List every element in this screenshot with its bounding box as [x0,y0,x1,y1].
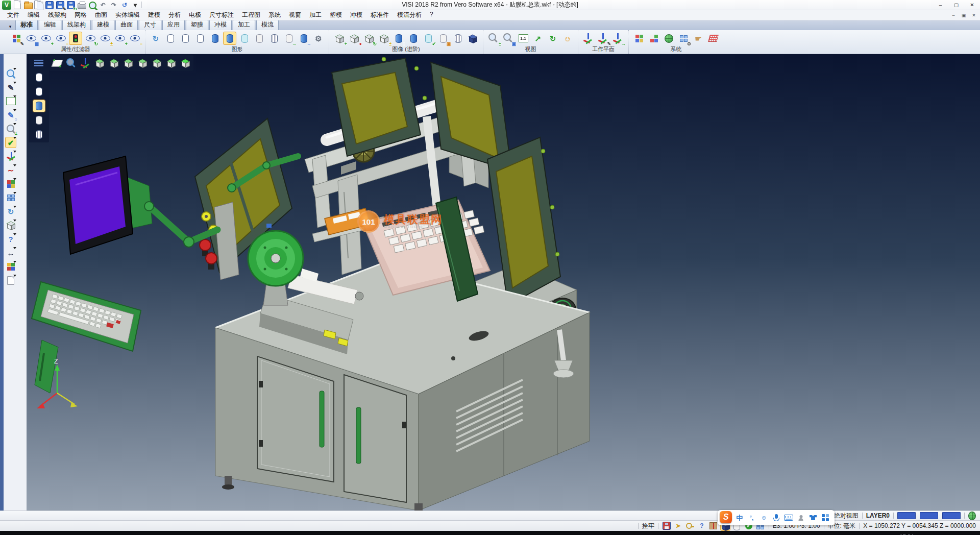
tab-编辑[interactable]: 编辑 [39,19,61,30]
tab-建模[interactable]: 建模 [92,19,114,30]
image-solid-icon[interactable] [407,32,420,44]
grid-window-icon[interactable] [6,192,16,203]
menu-item-系统[interactable]: 系统 [264,11,285,19]
ime-language-button[interactable]: 中 [735,513,744,522]
help-icon[interactable]: ? [6,234,16,244]
tab-曲面[interactable]: 曲面 [115,19,138,30]
menu-item-模流分析[interactable]: 模流分析 [393,11,426,19]
machine-model[interactable]: Z [27,54,980,510]
system-settings-icon[interactable] [663,32,675,44]
menu-item-编辑[interactable]: 编辑 [23,11,44,19]
ime-account-button[interactable] [796,513,805,522]
mdi-restore-button[interactable]: ▣ [959,11,969,19]
ime-emoji-button[interactable]: ☺ [760,513,769,522]
open-file-icon[interactable] [23,1,33,10]
rotate-view-icon[interactable]: ↻ [547,32,559,44]
menu-item-视窗[interactable]: 视窗 [285,11,305,19]
view-iso-se-icon[interactable] [180,57,191,69]
display-palette-icon[interactable] [6,261,16,272]
tab-加工[interactable]: 加工 [233,19,255,30]
image-mesh-icon[interactable] [452,32,464,44]
zoom-all-icon[interactable]: ± [487,32,500,44]
viewport[interactable]: Z 101 模具联盟网 MANUFACTURING DATA [27,54,980,510]
hidden-line-mode-icon[interactable] [33,86,45,98]
workplane-icon[interactable] [582,32,595,44]
layer-swatch-2[interactable] [920,512,938,519]
flat-style-icon[interactable] [253,32,265,44]
solid-cube-icon[interactable] [6,220,16,230]
filter-traffic-icon[interactable] [69,32,82,44]
layer-indicator[interactable]: LAYER0 [866,512,890,519]
package-icon[interactable] [709,521,718,530]
shaded-mode-icon[interactable] [33,100,45,112]
hide-all-icon[interactable]: − [129,32,141,44]
mesh-style-icon[interactable] [268,32,280,44]
transparent-style-icon[interactable] [238,32,251,44]
zoom-solid-icon[interactable]: ± [6,124,16,134]
options-icon[interactable]: ⚙ [677,32,690,44]
tab-应用[interactable]: 应用 [162,19,185,30]
plane-select-icon[interactable] [6,96,16,106]
layer-swatch-3[interactable] [942,512,961,519]
sogou-logo[interactable]: S [720,511,732,523]
dashed-hidden-style-icon[interactable] [194,32,206,44]
absolute-view-label[interactable]: 绝对视图 [834,512,859,520]
refresh-visibility-icon[interactable]: ↻ [84,32,96,44]
tab-标准[interactable]: 标准 [15,19,38,30]
select-options-icon[interactable]: ☛ [692,32,704,44]
ime-punctuation-button[interactable]: ’, [747,513,756,522]
quick-access-dropdown[interactable]: ▾ [131,1,140,10]
menu-item-?[interactable]: ? [426,11,437,19]
view-front-icon[interactable] [108,57,120,69]
menu-item-网格[interactable]: 网格 [70,11,91,19]
menu-item-分析[interactable]: 分析 [164,11,185,19]
graphics-settings-icon[interactable]: ⚙ [312,32,325,44]
hidden-line-style-icon[interactable] [179,32,191,44]
taskbar-sliver[interactable]: 17:04 [0,531,980,535]
ime-keyboard-button[interactable] [784,513,793,522]
menu-item-实体编辑[interactable]: 实体编辑 [111,11,144,19]
close-button[interactable]: ✕ [964,0,980,10]
wireframe-mode-icon[interactable] [33,71,45,83]
wireframe-style-icon[interactable] [164,32,177,44]
apply-graphics-icon[interactable]: → [298,32,310,44]
edit-entity-icon[interactable]: ✎ [6,82,16,92]
move-workplane-icon[interactable]: → [612,32,624,44]
color-settings-icon[interactable] [648,32,660,44]
validate-image-icon[interactable]: ✔ [422,32,434,44]
redo-icon[interactable]: ↷ [109,1,118,10]
ime-toolbox-button[interactable] [821,513,830,522]
visi-logo[interactable]: V [2,1,11,10]
tab-塑膜[interactable]: 塑膜 [186,19,208,30]
mesh-mode-icon[interactable] [33,129,45,140]
notes-icon[interactable] [6,275,16,285]
history-icon[interactable]: ↺ [120,1,129,10]
view-iso-icon[interactable] [165,57,177,69]
undo-icon[interactable]: ↶ [99,1,108,10]
mdi-minimize-button[interactable]: – [948,11,959,19]
show-all-icon[interactable]: + [114,32,126,44]
add-image-icon[interactable]: + [333,32,346,44]
mdi-close-button[interactable]: ✕ [969,11,979,19]
pick-icon[interactable]: ➤ [674,521,683,530]
menu-item-电极[interactable]: 电极 [185,11,205,19]
context-help-icon[interactable]: ? [697,521,706,530]
preview-icon[interactable] [88,1,97,10]
toggle-image-icon[interactable]: ± [378,32,390,44]
menu-item-建模[interactable]: 建模 [144,11,164,19]
view-attributes-icon[interactable]: ▦ [25,32,37,44]
tab-线架构[interactable]: 线架构 [62,19,91,30]
image-filter-icon[interactable]: ● [348,32,360,44]
menu-item-曲面[interactable]: 曲面 [91,11,111,19]
redraw-icon[interactable]: ↻ [150,32,162,44]
shaded-style-icon[interactable] [209,32,221,44]
spline-edit-icon[interactable]: ∼ [6,165,16,175]
menu-item-文件[interactable]: 文件 [3,11,23,19]
pan-view-icon[interactable]: ↗ [532,32,544,44]
view-menu-icon[interactable] [33,57,45,69]
measure-icon[interactable]: ↔ [6,248,16,258]
ucs-axes-icon[interactable] [6,151,16,161]
solid-view-icon[interactable] [467,32,479,44]
render-preview-icon[interactable]: ☺ [561,32,574,44]
menu-item-标准件[interactable]: 标准件 [366,11,393,19]
